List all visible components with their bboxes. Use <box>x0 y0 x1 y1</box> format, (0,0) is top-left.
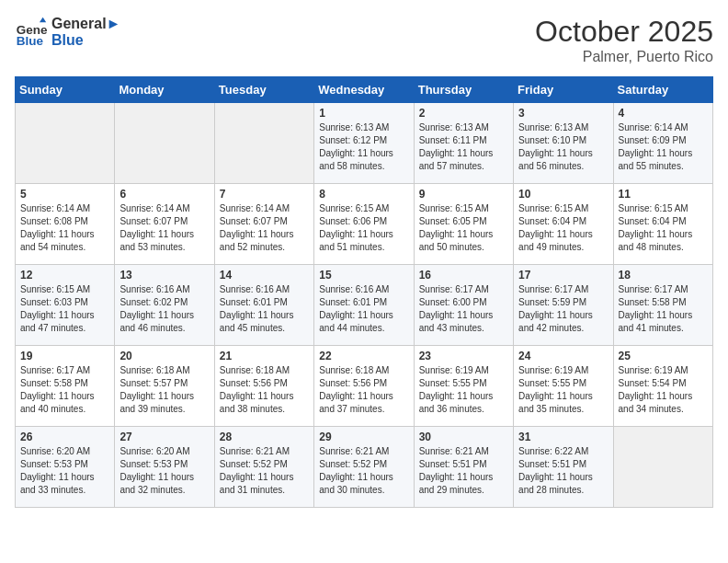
calendar-cell: 9Sunrise: 6:15 AM Sunset: 6:05 PM Daylig… <box>414 184 513 265</box>
day-number: 25 <box>619 350 708 362</box>
day-number: 1 <box>319 107 408 120</box>
day-number: 16 <box>419 269 508 282</box>
header-monday: Monday <box>115 77 214 103</box>
day-info: Sunrise: 6:19 AM Sunset: 5:54 PM Dayligh… <box>619 364 708 416</box>
day-number: 23 <box>419 350 508 362</box>
calendar-cell: 1Sunrise: 6:13 AM Sunset: 6:12 PM Daylig… <box>314 103 414 184</box>
calendar-cell: 6Sunrise: 6:14 AM Sunset: 6:07 PM Daylig… <box>115 184 214 265</box>
day-info: Sunrise: 6:15 AM Sunset: 6:05 PM Dayligh… <box>419 202 508 254</box>
day-number: 3 <box>518 107 608 120</box>
day-number: 13 <box>119 269 209 282</box>
day-info: Sunrise: 6:15 AM Sunset: 6:03 PM Dayligh… <box>20 283 109 335</box>
day-info: Sunrise: 6:21 AM Sunset: 5:51 PM Dayligh… <box>419 445 508 497</box>
day-info: Sunrise: 6:17 AM Sunset: 6:00 PM Dayligh… <box>419 283 508 335</box>
day-info: Sunrise: 6:17 AM Sunset: 5:59 PM Dayligh… <box>518 283 608 335</box>
day-info: Sunrise: 6:19 AM Sunset: 5:55 PM Dayligh… <box>419 364 508 416</box>
day-info: Sunrise: 6:13 AM Sunset: 6:11 PM Dayligh… <box>419 121 508 173</box>
location: Palmer, Puerto Rico <box>535 49 713 65</box>
day-info: Sunrise: 6:19 AM Sunset: 5:55 PM Dayligh… <box>518 364 608 416</box>
logo: General Blue General► Blue <box>15 15 120 49</box>
month-title: October 2025 <box>535 15 713 49</box>
day-number: 28 <box>220 431 309 443</box>
day-number: 6 <box>119 188 209 201</box>
calendar-cell <box>16 103 115 184</box>
calendar-cell: 18Sunrise: 6:17 AM Sunset: 5:58 PM Dayli… <box>613 265 712 346</box>
calendar-cell: 14Sunrise: 6:16 AM Sunset: 6:01 PM Dayli… <box>214 265 313 346</box>
header-saturday: Saturday <box>613 77 712 103</box>
calendar-cell: 23Sunrise: 6:19 AM Sunset: 5:55 PM Dayli… <box>414 346 513 427</box>
day-info: Sunrise: 6:13 AM Sunset: 6:10 PM Dayligh… <box>518 121 608 173</box>
header-thursday: Thursday <box>414 77 513 103</box>
logo-icon: General Blue <box>15 16 48 49</box>
day-number: 9 <box>419 188 508 201</box>
day-info: Sunrise: 6:14 AM Sunset: 6:07 PM Dayligh… <box>220 202 309 254</box>
svg-marker-2 <box>40 17 46 21</box>
day-number: 11 <box>619 188 708 201</box>
day-number: 15 <box>319 269 408 282</box>
calendar-cell: 13Sunrise: 6:16 AM Sunset: 6:02 PM Dayli… <box>115 265 214 346</box>
day-number: 22 <box>319 350 408 362</box>
day-number: 26 <box>20 431 109 443</box>
day-number: 24 <box>518 350 608 362</box>
day-number: 20 <box>119 350 209 362</box>
calendar-cell <box>115 103 214 184</box>
day-info: Sunrise: 6:21 AM Sunset: 5:52 PM Dayligh… <box>319 445 408 497</box>
calendar-cell: 30Sunrise: 6:21 AM Sunset: 5:51 PM Dayli… <box>414 427 513 508</box>
calendar-cell: 19Sunrise: 6:17 AM Sunset: 5:58 PM Dayli… <box>16 346 115 427</box>
day-info: Sunrise: 6:18 AM Sunset: 5:56 PM Dayligh… <box>220 364 309 416</box>
day-number: 21 <box>220 350 309 362</box>
title-block: October 2025 Palmer, Puerto Rico <box>535 15 713 65</box>
day-info: Sunrise: 6:18 AM Sunset: 5:57 PM Dayligh… <box>119 364 209 416</box>
calendar-cell: 24Sunrise: 6:19 AM Sunset: 5:55 PM Dayli… <box>514 346 613 427</box>
calendar-cell: 5Sunrise: 6:14 AM Sunset: 6:08 PM Daylig… <box>16 184 115 265</box>
calendar-week-row: 1Sunrise: 6:13 AM Sunset: 6:12 PM Daylig… <box>16 103 713 184</box>
day-number: 2 <box>419 107 508 120</box>
calendar-cell: 7Sunrise: 6:14 AM Sunset: 6:07 PM Daylig… <box>214 184 313 265</box>
calendar-cell: 8Sunrise: 6:15 AM Sunset: 6:06 PM Daylig… <box>314 184 414 265</box>
calendar-cell <box>214 103 313 184</box>
calendar-cell: 11Sunrise: 6:15 AM Sunset: 6:04 PM Dayli… <box>613 184 712 265</box>
calendar-header-row: SundayMondayTuesdayWednesdayThursdayFrid… <box>16 77 713 103</box>
calendar-cell: 3Sunrise: 6:13 AM Sunset: 6:10 PM Daylig… <box>514 103 613 184</box>
day-info: Sunrise: 6:14 AM Sunset: 6:07 PM Dayligh… <box>119 202 209 254</box>
day-number: 29 <box>319 431 408 443</box>
day-info: Sunrise: 6:14 AM Sunset: 6:08 PM Dayligh… <box>20 202 109 254</box>
calendar-cell: 31Sunrise: 6:22 AM Sunset: 5:51 PM Dayli… <box>514 427 613 508</box>
calendar-cell: 15Sunrise: 6:16 AM Sunset: 6:01 PM Dayli… <box>314 265 414 346</box>
day-info: Sunrise: 6:13 AM Sunset: 6:12 PM Dayligh… <box>319 121 408 173</box>
day-info: Sunrise: 6:20 AM Sunset: 5:53 PM Dayligh… <box>119 445 209 497</box>
calendar-cell: 22Sunrise: 6:18 AM Sunset: 5:56 PM Dayli… <box>314 346 414 427</box>
day-number: 27 <box>119 431 209 443</box>
calendar-cell: 2Sunrise: 6:13 AM Sunset: 6:11 PM Daylig… <box>414 103 513 184</box>
day-number: 8 <box>319 188 408 201</box>
header-wednesday: Wednesday <box>314 77 414 103</box>
day-info: Sunrise: 6:20 AM Sunset: 5:53 PM Dayligh… <box>20 445 109 497</box>
day-number: 4 <box>619 107 708 120</box>
day-info: Sunrise: 6:15 AM Sunset: 6:04 PM Dayligh… <box>518 202 608 254</box>
calendar-cell: 28Sunrise: 6:21 AM Sunset: 5:52 PM Dayli… <box>214 427 313 508</box>
calendar-week-row: 19Sunrise: 6:17 AM Sunset: 5:58 PM Dayli… <box>16 346 713 427</box>
day-number: 30 <box>419 431 508 443</box>
calendar-cell: 10Sunrise: 6:15 AM Sunset: 6:04 PM Dayli… <box>514 184 613 265</box>
day-number: 14 <box>220 269 309 282</box>
day-info: Sunrise: 6:16 AM Sunset: 6:01 PM Dayligh… <box>319 283 408 335</box>
day-number: 10 <box>518 188 608 201</box>
day-number: 18 <box>619 269 708 282</box>
day-info: Sunrise: 6:17 AM Sunset: 5:58 PM Dayligh… <box>20 364 109 416</box>
calendar-cell: 20Sunrise: 6:18 AM Sunset: 5:57 PM Dayli… <box>115 346 214 427</box>
day-info: Sunrise: 6:18 AM Sunset: 5:56 PM Dayligh… <box>319 364 408 416</box>
day-number: 5 <box>20 188 109 201</box>
day-info: Sunrise: 6:16 AM Sunset: 6:01 PM Dayligh… <box>220 283 309 335</box>
header-sunday: Sunday <box>16 77 115 103</box>
calendar-cell: 17Sunrise: 6:17 AM Sunset: 5:59 PM Dayli… <box>514 265 613 346</box>
calendar-week-row: 5Sunrise: 6:14 AM Sunset: 6:08 PM Daylig… <box>16 184 713 265</box>
day-number: 17 <box>518 269 608 282</box>
calendar-cell: 27Sunrise: 6:20 AM Sunset: 5:53 PM Dayli… <box>115 427 214 508</box>
day-info: Sunrise: 6:17 AM Sunset: 5:58 PM Dayligh… <box>619 283 708 335</box>
svg-text:Blue: Blue <box>17 34 44 48</box>
day-info: Sunrise: 6:16 AM Sunset: 6:02 PM Dayligh… <box>119 283 209 335</box>
calendar-cell: 21Sunrise: 6:18 AM Sunset: 5:56 PM Dayli… <box>214 346 313 427</box>
day-info: Sunrise: 6:15 AM Sunset: 6:06 PM Dayligh… <box>319 202 408 254</box>
calendar-cell: 16Sunrise: 6:17 AM Sunset: 6:00 PM Dayli… <box>414 265 513 346</box>
header-friday: Friday <box>514 77 613 103</box>
